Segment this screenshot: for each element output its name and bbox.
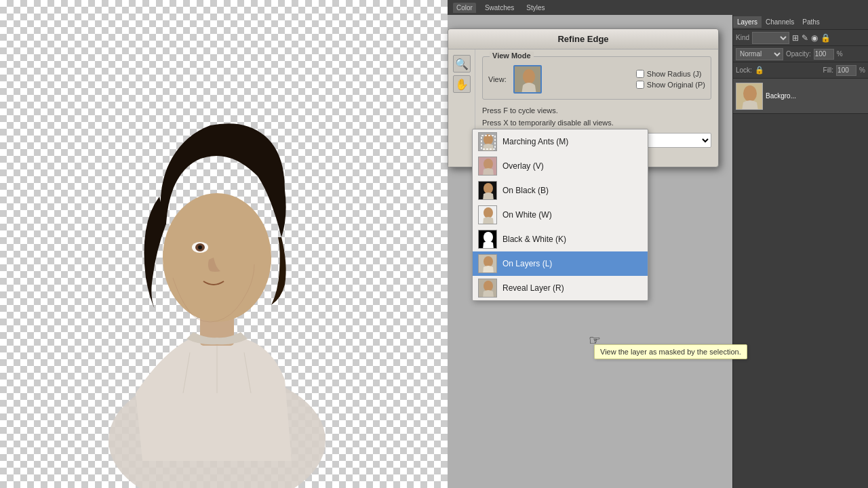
dropdown-item-reveal-layer[interactable]: Reveal Layer (R) xyxy=(473,276,648,300)
svg-point-2 xyxy=(163,193,271,322)
filter-icon-1: ⊞ xyxy=(792,33,799,43)
view-mode-dropdown: Marching Ants (M) Overlay (V) On Black (… xyxy=(472,129,648,301)
channels-tab[interactable]: Channels xyxy=(762,16,798,28)
cycle-text: Press F to cycle views. Press X to tempo… xyxy=(482,105,711,129)
opacity-input[interactable] xyxy=(814,49,834,60)
opacity-label: Opacity: xyxy=(786,50,811,58)
view-mode-group-label: View Mode xyxy=(490,52,534,60)
svg-point-5 xyxy=(198,245,202,249)
on-black-thumb xyxy=(478,181,497,200)
show-original-row: Show Original (P) xyxy=(636,81,705,89)
mode-select[interactable]: Normal xyxy=(736,48,783,60)
swatches-tab[interactable]: Swatches xyxy=(481,3,517,13)
on-white-label: On White (W) xyxy=(502,210,552,220)
on-layers-label: On Layers (L) xyxy=(502,259,552,268)
show-original-label: Show Original (P) xyxy=(647,81,705,89)
on-white-thumb xyxy=(478,205,497,224)
filter-icon-3: ◉ xyxy=(811,33,818,43)
hand-tool[interactable]: ✋ xyxy=(453,75,471,93)
view-label: View: xyxy=(488,75,507,83)
svg-point-25 xyxy=(484,256,493,267)
layer-thumbnail xyxy=(736,83,763,110)
color-tab[interactable]: Color xyxy=(453,3,476,13)
black-white-label: Black & White (K) xyxy=(502,235,566,244)
dropdown-item-marching-ants[interactable]: Marching Ants (M) xyxy=(473,129,648,154)
dropdown-item-on-black[interactable]: On Black (B) xyxy=(473,178,648,203)
svg-point-10 xyxy=(743,85,757,102)
show-original-checkbox[interactable] xyxy=(636,81,644,89)
filter-icon-4: 🔒 xyxy=(821,33,831,43)
styles-tab[interactable]: Styles xyxy=(523,3,548,13)
paths-tab[interactable]: Paths xyxy=(798,16,824,28)
svg-point-19 xyxy=(484,183,493,194)
svg-point-12 xyxy=(523,69,535,84)
on-black-label: On Black (B) xyxy=(502,186,549,195)
black-white-thumb xyxy=(478,230,497,249)
show-radius-checkbox[interactable] xyxy=(636,70,644,78)
lock-label: Lock: xyxy=(736,66,752,74)
lock-icon: 🔒 xyxy=(755,66,764,75)
canvas-area xyxy=(0,0,448,488)
filter-icon-2: ✎ xyxy=(802,33,808,43)
show-radius-row: Show Radius (J) xyxy=(636,70,705,78)
layer-name: Backgro... xyxy=(766,92,865,100)
view-thumbnail[interactable] xyxy=(513,65,542,94)
fill-percent: % xyxy=(859,66,865,74)
kind-select[interactable] xyxy=(752,32,789,44)
dropdown-item-overlay[interactable]: Overlay (V) xyxy=(473,154,648,178)
dialog-title: Refine Edge xyxy=(448,29,718,49)
kind-label: Kind xyxy=(736,34,749,41)
svg-point-27 xyxy=(484,281,493,291)
show-radius-label: Show Radius (J) xyxy=(647,70,702,78)
svg-point-23 xyxy=(484,232,493,243)
dropdown-item-on-layers[interactable]: On Layers (L) xyxy=(473,251,648,276)
opacity-percent: % xyxy=(837,50,843,58)
layers-tab[interactable]: Layers xyxy=(733,16,762,28)
on-layers-thumb xyxy=(478,254,497,273)
person-image xyxy=(0,0,448,488)
tooltip: View the layer as masked by the selectio… xyxy=(594,344,747,359)
dropdown-item-on-white[interactable]: On White (W) xyxy=(473,203,648,227)
overlay-label: Overlay (V) xyxy=(502,161,544,171)
marching-ants-label: Marching Ants (M) xyxy=(502,137,568,146)
fill-label: Fill: xyxy=(823,66,834,74)
overlay-thumb xyxy=(478,157,497,176)
marching-ants-thumb xyxy=(478,132,497,151)
zoom-tool[interactable]: 🔍 xyxy=(453,55,471,73)
svg-point-17 xyxy=(484,159,493,169)
reveal-layer-thumb xyxy=(478,279,497,298)
svg-point-21 xyxy=(484,207,493,218)
dropdown-item-black-white[interactable]: Black & White (K) xyxy=(473,227,648,251)
fill-input[interactable] xyxy=(836,65,856,76)
reveal-layer-label: Reveal Layer (R) xyxy=(502,283,564,293)
